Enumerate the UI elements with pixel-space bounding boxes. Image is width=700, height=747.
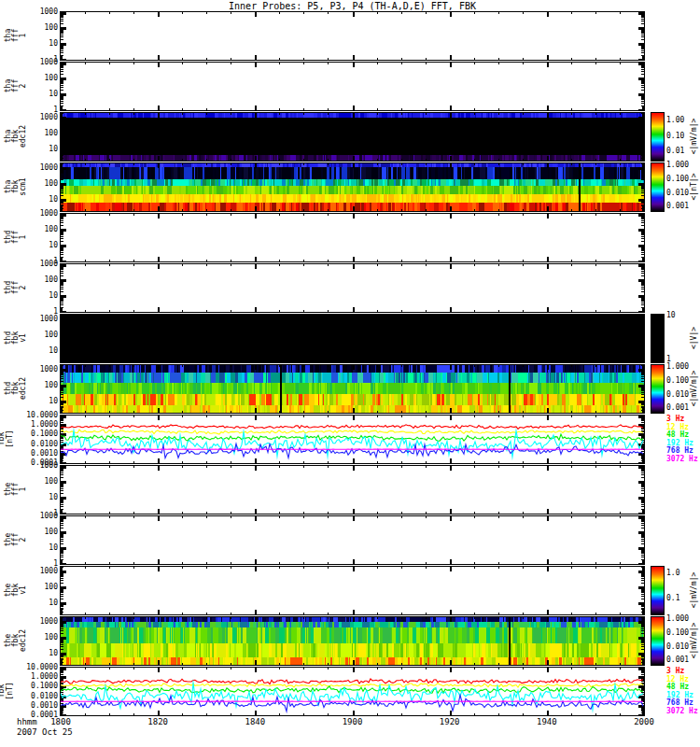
y-tick-label: 1000 bbox=[15, 7, 58, 16]
panel-label: tha fbk edc12 bbox=[5, 124, 27, 147]
y-axis-unit-label: [nT] bbox=[7, 682, 14, 699]
y-tick-label: 10.0000 bbox=[15, 411, 58, 419]
spectrogram-canvas bbox=[61, 12, 644, 60]
panel-label: the fbk v1 bbox=[5, 583, 27, 596]
spectrogram-canvas bbox=[61, 466, 644, 514]
panel-the-fff-2 bbox=[60, 515, 645, 565]
spectrogram-canvas bbox=[61, 264, 644, 312]
colorbar-label: 0.100 bbox=[666, 176, 689, 183]
spectrogram-canvas bbox=[61, 214, 644, 261]
y-tick-label: 1000 bbox=[15, 260, 58, 268]
colorbar-label: 0.010 bbox=[666, 643, 689, 651]
y-tick-label: 1.0000 bbox=[15, 420, 58, 429]
colorbar-unit-label: <|mV/m|> bbox=[690, 118, 698, 154]
colorbar bbox=[651, 566, 665, 615]
panel-the-fbk-edc12 bbox=[60, 616, 645, 666]
legend-item: 48 Hz bbox=[666, 684, 689, 691]
y-tick-label: 1000 bbox=[15, 512, 58, 520]
spectrogram-canvas bbox=[61, 113, 644, 161]
colorbar-label: 1.0 bbox=[666, 570, 679, 577]
panel-label: tha fff 1 bbox=[5, 28, 27, 41]
y-tick-label: 0.1000 bbox=[15, 430, 58, 438]
y-tick-label: 10 bbox=[15, 599, 58, 607]
spectrogram-canvas bbox=[61, 668, 644, 715]
spectrogram-canvas bbox=[61, 416, 644, 463]
y-tick-label: 10 bbox=[15, 195, 58, 204]
x-tick-label: 1900 bbox=[343, 717, 363, 726]
colorbar bbox=[651, 616, 665, 666]
clipped-panel-label: the fbk scm bbox=[0, 667, 7, 714]
spectrogram-canvas bbox=[61, 163, 644, 211]
legend-item: 3 Hz bbox=[666, 416, 684, 423]
panel-label: thd fff 1 bbox=[5, 230, 27, 243]
panel-label: tha fbk scm1 bbox=[5, 177, 27, 195]
colorbar-label: 0.01 bbox=[666, 148, 684, 155]
spectrogram-canvas bbox=[61, 365, 644, 413]
colorbar-unit-label: <|mV/m|> bbox=[690, 571, 698, 608]
panel-label: thd fff 2 bbox=[5, 280, 27, 293]
y-tick-label: 1000 bbox=[15, 315, 58, 323]
colorbar-label: 0.1 bbox=[666, 595, 679, 602]
x-tick-label: 1800 bbox=[50, 717, 71, 726]
panel-thd-fbk-scm1-lines bbox=[60, 415, 645, 464]
colorbar bbox=[651, 162, 665, 212]
plot-title: Inner Probes: P5, P3, P4 (TH-A,D,E) FFT,… bbox=[61, 1, 644, 11]
panel-label: thd fbk edc12 bbox=[5, 376, 27, 399]
panel-the-fbk-scm1-lines bbox=[60, 667, 645, 716]
panel-the-fff-1 bbox=[60, 465, 645, 514]
y-tick-label: 1.0000 bbox=[15, 672, 58, 681]
colorbar-unit-label: <|mV/m|> bbox=[690, 370, 698, 406]
panel-tha-fff-2 bbox=[60, 62, 645, 111]
clipped-panel-label: thd fbk scm bbox=[0, 415, 7, 462]
y-tick-label: 0.0100 bbox=[15, 692, 58, 700]
panel-thd-fff-2 bbox=[60, 263, 645, 313]
x-tick-label: 1920 bbox=[440, 717, 460, 726]
colorbar bbox=[651, 314, 665, 363]
spectrogram-canvas bbox=[61, 315, 644, 362]
colorbar-label: 0.100 bbox=[666, 629, 689, 637]
panel-label: the fff 2 bbox=[5, 532, 27, 545]
panel-tha-fff-1 bbox=[60, 11, 645, 61]
legend-item: 48 Hz bbox=[666, 431, 689, 439]
y-tick-label: 1000 bbox=[15, 209, 58, 218]
panel-tha-fbk-edc12 bbox=[60, 112, 645, 162]
fft-fbk-figure: Inner Probes: P5, P3, P4 (TH-A,D,E) FFT,… bbox=[0, 0, 700, 747]
y-tick-label: 10 bbox=[15, 346, 58, 355]
spectrogram-canvas bbox=[61, 617, 644, 665]
legend-item: 3 Hz bbox=[666, 668, 684, 675]
colorbar-label: 0.010 bbox=[666, 391, 689, 399]
panel-label: the fbk edc12 bbox=[5, 628, 27, 651]
x-tick-label: 1840 bbox=[245, 717, 265, 726]
y-tick-label: 0.0010 bbox=[15, 449, 58, 458]
y-tick-label: 0.0100 bbox=[15, 440, 58, 448]
y-tick-label: 0.0010 bbox=[15, 701, 58, 710]
x-tick-label: 2000 bbox=[634, 717, 654, 726]
panel-label: the fff 1 bbox=[5, 482, 27, 495]
panel-thd-fbk-v1 bbox=[60, 314, 645, 363]
spectrogram-canvas bbox=[61, 567, 644, 614]
spectrogram-canvas bbox=[61, 516, 644, 564]
y-tick-label: 10.0000 bbox=[15, 663, 58, 671]
panel-the-fbk-v1 bbox=[60, 566, 645, 615]
y-tick-label: 1000 bbox=[15, 163, 58, 172]
panel-thd-fbk-edc12 bbox=[60, 364, 645, 414]
y-tick-label: 1000 bbox=[15, 113, 58, 121]
panel-label: thd fbk v1 bbox=[5, 331, 27, 344]
colorbar-label: 0.001 bbox=[666, 203, 689, 210]
colorbar-label: 1.000 bbox=[666, 162, 689, 169]
colorbar-label: 1.000 bbox=[666, 363, 689, 371]
colorbar-label: 10 bbox=[666, 312, 676, 319]
colorbar-label: 0.10 bbox=[666, 133, 684, 140]
legend-item: 3072 Hz bbox=[666, 708, 698, 715]
y-tick-label: 1000 bbox=[15, 567, 58, 575]
y-tick-label: 0.1000 bbox=[15, 682, 58, 690]
legend-item: 3072 Hz bbox=[666, 456, 698, 463]
panel-label: thd fbk scm bbox=[0, 431, 7, 444]
colorbar-unit-label: <|mV/m|> bbox=[690, 622, 698, 658]
panel-label: the fbk scm bbox=[0, 684, 7, 697]
y-tick-label: 1000 bbox=[15, 365, 58, 374]
panel-thd-fff-1 bbox=[60, 213, 645, 262]
x-tick-label: 1820 bbox=[147, 717, 168, 726]
y-tick-label: 1000 bbox=[15, 461, 58, 470]
x-axis-date: 2007 Oct 25 bbox=[17, 727, 73, 737]
